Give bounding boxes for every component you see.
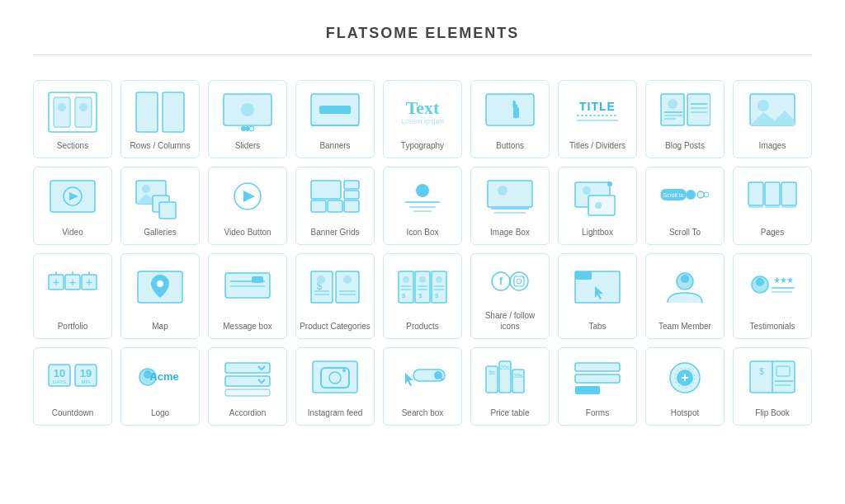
element-share-follow[interactable]: f Share / follow icons (470, 253, 550, 339)
banner-grids-icon (300, 172, 371, 224)
svg-point-124 (756, 278, 764, 286)
svg-point-145 (342, 369, 346, 372)
element-accordion[interactable]: Accordion (208, 347, 287, 426)
svg-text:$: $ (402, 292, 406, 299)
element-blog-posts[interactable]: Blog Posts (645, 80, 725, 158)
svg-point-109 (436, 276, 442, 283)
sections-label: Sections (57, 140, 88, 151)
svg-text:★: ★ (786, 276, 794, 285)
element-team-member[interactable]: Team Member (645, 253, 725, 339)
element-images[interactable]: Images (733, 80, 812, 158)
element-sliders[interactable]: Sliders (208, 80, 287, 158)
logo-icon: Acme (125, 353, 196, 404)
element-icon-box[interactable]: Icon Box (383, 167, 462, 245)
element-rows-columns[interactable]: Rows / Columns (120, 80, 200, 158)
portfolio-icon: + + + (37, 259, 108, 318)
svg-rect-156 (575, 374, 620, 383)
element-typography[interactable]: Text Lorem ipsum Typography (383, 80, 462, 158)
svg-point-91 (317, 276, 325, 284)
hotspot-label: Hotspot (671, 407, 699, 418)
video-icon (37, 172, 108, 224)
svg-point-99 (403, 276, 409, 283)
product-categories-icon: $ (300, 259, 371, 318)
instagram-feed-label: Instagram feed (308, 407, 363, 418)
element-search-box[interactable]: Search box (383, 347, 462, 426)
tabs-label: Tabs (588, 321, 606, 332)
rows-columns-label: Rows / Columns (130, 140, 191, 151)
search-box-icon (387, 353, 458, 404)
element-galleries[interactable]: Galleries (120, 167, 200, 245)
svg-point-61 (595, 202, 602, 209)
element-tabs[interactable]: Tabs (558, 253, 637, 339)
scroll-to-label: Scroll To (669, 227, 701, 238)
element-flip-book[interactable]: $ Flip Book (733, 347, 812, 426)
element-instagram-feed[interactable]: Instagram feed (295, 347, 375, 426)
svg-rect-1 (54, 97, 70, 127)
accordion-label: Accordion (229, 407, 266, 418)
svg-point-117 (517, 279, 522, 284)
element-portfolio[interactable]: + + + Portfolio (33, 253, 112, 339)
svg-rect-13 (319, 106, 351, 114)
svg-text:+: + (69, 276, 76, 289)
svg-text:$: $ (759, 367, 764, 376)
forms-label: Forms (586, 407, 609, 418)
element-scroll-to[interactable]: Scroll to Scroll To (645, 167, 725, 245)
element-product-categories[interactable]: $ Product Categories (295, 253, 375, 339)
blog-posts-label: Blog Posts (665, 140, 705, 151)
svg-point-23 (668, 99, 677, 109)
svg-rect-88 (252, 276, 263, 283)
element-pages[interactable]: Pages (733, 167, 812, 245)
hotspot-icon: + (649, 353, 720, 404)
lightbox-label: Lightbox (582, 227, 613, 238)
galleries-label: Galleries (144, 227, 176, 238)
svg-rect-141 (225, 389, 270, 396)
element-banner-grids[interactable]: Banner Grids (295, 167, 375, 245)
flip-book-label: Flip Book (755, 407, 790, 418)
map-label: Map (152, 321, 168, 332)
element-buttons[interactable]: Buttons (470, 80, 550, 158)
element-map[interactable]: Map (120, 253, 200, 339)
products-label: Products (406, 321, 438, 332)
svg-rect-157 (575, 386, 600, 394)
price-table-label: Price table (490, 407, 529, 418)
element-image-box[interactable]: Image Box (470, 167, 550, 245)
element-titles-dividers[interactable]: TITLE Titles / Dividers (558, 80, 637, 158)
team-member-icon (649, 259, 720, 318)
message-box-label: Message box (223, 321, 271, 332)
typography-label: Typography (401, 140, 444, 151)
products-icon: $ $ $ (387, 259, 458, 318)
element-countdown[interactable]: 10 DAYS 19 MIN Countdown (33, 347, 112, 426)
svg-rect-120 (575, 271, 592, 280)
svg-point-66 (697, 191, 704, 198)
element-video[interactable]: Video (33, 167, 112, 245)
svg-point-4 (79, 103, 87, 111)
svg-text:TITLE: TITLE (579, 100, 616, 113)
pages-icon (737, 172, 808, 224)
svg-rect-70 (781, 182, 796, 205)
svg-text:Text: Text (406, 97, 440, 118)
element-sections[interactable]: Sections (33, 80, 112, 158)
svg-text:$: $ (435, 292, 439, 299)
titles-dividers-label: Titles / Dividers (569, 140, 625, 151)
svg-rect-17 (486, 94, 534, 125)
element-testimonials[interactable]: ★ ★ ★ Testimonials (733, 253, 812, 339)
element-message-box[interactable]: Message box (208, 253, 287, 339)
svg-rect-69 (765, 182, 780, 205)
element-products[interactable]: $ $ $ Products (383, 253, 462, 339)
image-box-label: Image Box (490, 227, 530, 238)
icon-box-label: Icon Box (407, 227, 439, 238)
element-hotspot[interactable]: + Hotspot (645, 347, 725, 426)
svg-rect-98 (399, 271, 413, 303)
element-banners[interactable]: Banners (295, 80, 375, 158)
video-button-icon (212, 172, 283, 224)
element-forms[interactable]: Forms (558, 347, 637, 426)
svg-text:39s: 39s (513, 373, 523, 379)
element-video-button[interactable]: Video Button (208, 167, 287, 245)
svg-point-122 (681, 275, 689, 283)
flip-book-icon: $ (737, 353, 808, 404)
message-box-icon (212, 259, 283, 318)
accordion-icon (212, 353, 283, 404)
element-logo[interactable]: Acme Logo (120, 347, 200, 426)
element-lightbox[interactable]: Lightbox (558, 167, 637, 245)
element-price-table[interactable]: 9s 20s 39s Price table (470, 347, 550, 426)
